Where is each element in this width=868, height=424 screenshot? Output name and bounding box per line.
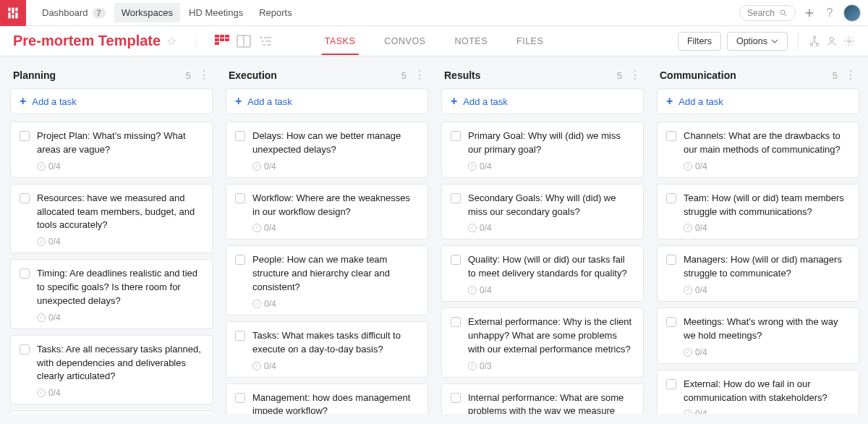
task-card[interactable]: Tasks: Are all necessary tasks planned, … bbox=[10, 335, 213, 405]
column-title: Planning bbox=[13, 69, 186, 81]
task-progress: 0/4 bbox=[252, 361, 419, 371]
settings-button[interactable] bbox=[843, 35, 855, 47]
nav-reports[interactable]: Reports bbox=[252, 3, 299, 22]
options-button[interactable]: Options bbox=[727, 32, 788, 51]
task-checkbox[interactable] bbox=[451, 393, 461, 403]
task-card[interactable]: People: How can we make team structure a… bbox=[226, 245, 428, 315]
app-logo[interactable] bbox=[0, 0, 26, 26]
task-checkbox[interactable] bbox=[20, 268, 30, 279]
task-card[interactable]: Managers: How (will or did) man­agers st… bbox=[657, 245, 859, 302]
task-checkbox[interactable] bbox=[451, 131, 461, 141]
task-card[interactable]: Delays: How can we better manage unexpec… bbox=[226, 122, 428, 178]
svg-point-25 bbox=[830, 37, 833, 41]
task-progress: 0/4 bbox=[684, 285, 850, 295]
board-column: Execution5⋮+Add a taskDelays: How can we… bbox=[226, 67, 428, 414]
task-title: Managers: How (will or did) man­agers st… bbox=[684, 253, 850, 281]
task-checkbox[interactable] bbox=[666, 379, 676, 389]
task-card[interactable]: Documentation: Is our documenta­tion sys… bbox=[10, 410, 213, 414]
progress-text: 0/4 bbox=[264, 223, 276, 233]
task-checkbox[interactable] bbox=[20, 193, 30, 203]
progress-text: 0/4 bbox=[48, 313, 61, 323]
check-circle-icon bbox=[684, 162, 692, 171]
add-task-button[interactable]: +Add a task bbox=[10, 88, 213, 114]
column-menu-button[interactable]: ⋮ bbox=[414, 71, 425, 79]
task-title: Workflow: Where are the weak­nesses in o… bbox=[252, 192, 419, 219]
tab-convos[interactable]: CONVOS bbox=[381, 27, 428, 55]
search-input[interactable]: Search bbox=[739, 5, 796, 21]
add-task-button[interactable]: +Add a task bbox=[657, 88, 859, 114]
task-checkbox[interactable] bbox=[666, 131, 676, 141]
task-checkbox[interactable] bbox=[666, 193, 676, 203]
task-card[interactable]: Primary Goal: Why will (did) we miss our… bbox=[441, 122, 644, 178]
tab-tasks[interactable]: TASKS bbox=[322, 27, 359, 55]
check-circle-icon bbox=[684, 286, 692, 294]
nav-dashboard[interactable]: Dashboard 7 bbox=[35, 3, 113, 22]
task-checkbox[interactable] bbox=[235, 393, 245, 403]
task-progress: 0/4 bbox=[684, 161, 850, 171]
nav-workspaces[interactable]: Workspaces bbox=[114, 3, 180, 22]
filters-label: Filters bbox=[687, 36, 712, 46]
column-header: Planning5⋮ bbox=[10, 67, 213, 88]
add-task-label: Add a task bbox=[32, 96, 76, 107]
tab-files[interactable]: FILES bbox=[514, 27, 546, 55]
favorite-button[interactable]: ☆ bbox=[166, 34, 176, 48]
task-card[interactable]: Secondary Goals: Why will (did) we miss … bbox=[441, 184, 644, 240]
column-menu-button[interactable]: ⋮ bbox=[629, 71, 641, 79]
svg-rect-3 bbox=[12, 14, 14, 18]
progress-text: 0/4 bbox=[48, 161, 61, 171]
members-button[interactable] bbox=[826, 35, 838, 47]
task-card[interactable]: Quality: How (will or did) our tasks fai… bbox=[441, 245, 644, 302]
task-card[interactable]: Management: how does manage­ment impede … bbox=[226, 383, 428, 414]
task-card[interactable]: Project Plan: What's missing? What areas… bbox=[10, 122, 213, 178]
task-card[interactable]: Team: How (will or did) team mem­bers st… bbox=[657, 184, 859, 240]
task-title: Delays: How can we better manage unexpec… bbox=[252, 130, 419, 157]
column-menu-button[interactable]: ⋮ bbox=[198, 71, 210, 79]
task-checkbox[interactable] bbox=[666, 255, 676, 265]
task-checkbox[interactable] bbox=[451, 255, 461, 265]
plus-icon bbox=[803, 7, 816, 20]
progress-text: 0/4 bbox=[48, 237, 61, 247]
task-checkbox[interactable] bbox=[235, 331, 245, 341]
task-card[interactable]: Internal performance: What are some prob… bbox=[441, 383, 644, 414]
task-card[interactable]: Channels: What are the drawbacks to our … bbox=[657, 122, 859, 178]
task-card[interactable]: Meetings: What's wrong with the way we h… bbox=[657, 308, 859, 364]
task-title: Project Plan: What's missing? What areas… bbox=[37, 130, 203, 157]
column-menu-button[interactable]: ⋮ bbox=[845, 71, 856, 79]
task-checkbox[interactable] bbox=[666, 317, 676, 327]
view-list-icon[interactable] bbox=[258, 35, 273, 48]
task-card[interactable]: External performance: Why is the client … bbox=[441, 308, 644, 378]
task-checkbox[interactable] bbox=[235, 193, 245, 203]
task-checkbox[interactable] bbox=[20, 131, 30, 141]
task-title: Tasks: Are all necessary tasks planned, … bbox=[37, 343, 203, 384]
check-circle-icon bbox=[684, 224, 692, 232]
filters-button[interactable]: Filters bbox=[678, 32, 721, 51]
task-checkbox[interactable] bbox=[235, 255, 245, 265]
task-card[interactable]: Tasks: What makes tasks difficult to exe… bbox=[226, 321, 428, 378]
add-task-button[interactable]: +Add a task bbox=[226, 88, 428, 114]
task-card[interactable]: Resources: have we measured and allocate… bbox=[10, 184, 213, 254]
task-progress: 0/4 bbox=[37, 313, 203, 323]
dependencies-button[interactable] bbox=[809, 35, 820, 47]
plus-icon: + bbox=[20, 96, 26, 107]
check-circle-icon bbox=[468, 162, 477, 171]
svg-line-7 bbox=[784, 14, 786, 16]
task-card[interactable]: Timing: Are deadlines realistic and tied… bbox=[10, 259, 213, 329]
task-progress: 0/4 bbox=[37, 388, 203, 398]
nav-hd-meetings[interactable]: HD Meetings bbox=[182, 3, 250, 22]
progress-text: 0/4 bbox=[480, 285, 492, 295]
view-split-icon[interactable] bbox=[237, 35, 251, 48]
task-checkbox[interactable] bbox=[451, 317, 461, 327]
view-board-icon[interactable] bbox=[215, 35, 229, 48]
svg-rect-5 bbox=[15, 12, 17, 18]
add-task-label: Add a task bbox=[247, 96, 292, 107]
task-card[interactable]: Workflow: Where are the weak­nesses in o… bbox=[226, 184, 428, 240]
avatar[interactable] bbox=[843, 4, 861, 22]
task-card[interactable]: External: How do we fail in our communic… bbox=[657, 370, 859, 414]
task-checkbox[interactable] bbox=[235, 131, 245, 141]
help-button[interactable]: ? bbox=[823, 7, 836, 20]
add-button[interactable] bbox=[803, 7, 816, 20]
task-checkbox[interactable] bbox=[20, 344, 30, 355]
task-checkbox[interactable] bbox=[451, 193, 461, 203]
tab-notes[interactable]: NOTES bbox=[451, 27, 490, 55]
add-task-button[interactable]: +Add a task bbox=[441, 88, 644, 114]
